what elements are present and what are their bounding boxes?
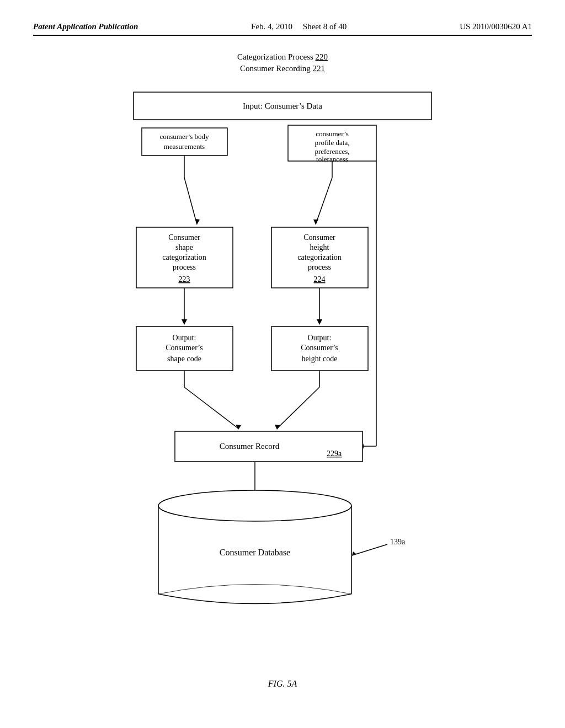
svg-text:profile data,: profile data, (315, 138, 350, 147)
svg-text:224: 224 (314, 275, 326, 283)
shape-process-label: Consumer (168, 233, 200, 242)
height-process-label: Consumer (303, 233, 335, 242)
svg-text:process: process (308, 263, 331, 271)
diagram-subtitle: Consumer Recording 221 (33, 64, 532, 73)
svg-text:Consumer’s: Consumer’s (301, 344, 338, 352)
publication-label: Patent Application Publication (33, 22, 138, 31)
consumer-record-num: 229a (327, 449, 342, 458)
svg-marker-24 (182, 319, 187, 325)
svg-text:height code: height code (302, 355, 338, 363)
input-box-label: Input: Consumer’s Data (243, 101, 322, 110)
svg-line-45 (352, 544, 387, 555)
svg-text:categorization: categorization (162, 253, 206, 261)
svg-text:223: 223 (179, 275, 190, 283)
svg-text:shape code: shape code (167, 355, 201, 363)
consumer-database-label: Consumer Database (220, 548, 290, 557)
svg-line-34 (184, 387, 238, 429)
svg-text:process: process (173, 263, 196, 271)
diagram-title: Categorization Process 220 (33, 52, 532, 62)
svg-marker-38 (275, 425, 280, 430)
svg-text:height: height (310, 243, 329, 251)
svg-text:Consumer’s: Consumer’s (166, 344, 202, 352)
svg-marker-26 (317, 319, 322, 325)
svg-text:categorization: categorization (297, 253, 341, 261)
svg-line-8 (184, 178, 197, 224)
profile-data-label: consumer’s (316, 130, 349, 138)
svg-marker-12 (313, 220, 318, 224)
svg-text:shape: shape (175, 243, 193, 251)
svg-text:preferences,: preferences, (315, 147, 349, 156)
database-num: 139a (390, 538, 406, 546)
svg-point-42 (158, 490, 351, 521)
shape-output-label: Output: (173, 334, 196, 342)
consumer-record-label: Consumer Record (220, 442, 280, 451)
figure-label: FIG. 5A (33, 679, 532, 689)
height-output-label: Output: (308, 334, 332, 342)
diagram-container: Input: Consumer’s Data consumer’s body m… (89, 87, 476, 668)
page-header: Patent Application Publication Feb. 4, 2… (33, 22, 532, 36)
patent-number: US 2010/0030620 A1 (460, 22, 532, 31)
svg-text:measurements: measurements (164, 142, 205, 151)
page: Patent Application Publication Feb. 4, 2… (0, 0, 565, 728)
body-measurements-label: consumer’s body (160, 132, 209, 141)
svg-line-37 (277, 387, 319, 429)
svg-line-11 (316, 178, 332, 224)
flowchart-svg: Input: Consumer’s Data consumer’s body m… (89, 87, 476, 666)
date-label: Feb. 4, 2010 Sheet 8 of 40 (251, 22, 347, 31)
